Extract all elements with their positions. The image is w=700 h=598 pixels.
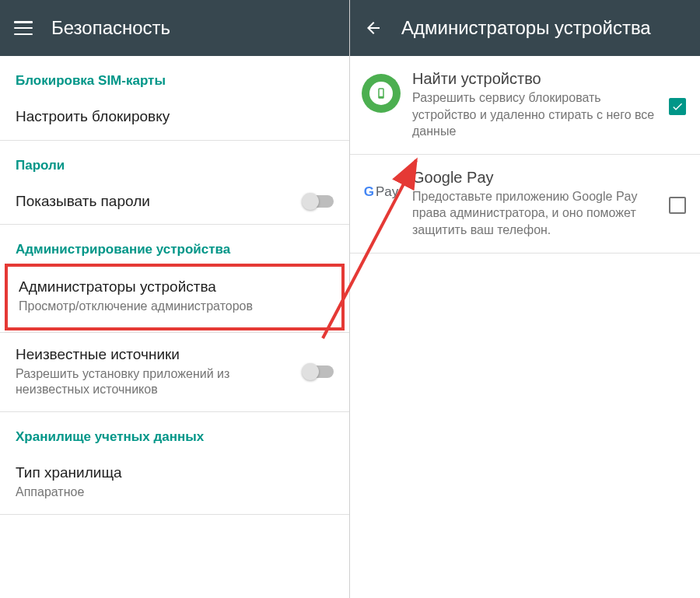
item-sublabel: Аппаратное	[16, 484, 334, 501]
item-device-administrators[interactable]: Администраторы устройства Просмотр/отклю…	[5, 264, 345, 330]
device-administrators-screen: Администраторы устройства Найти устройст…	[350, 0, 700, 598]
item-label: Показывать пароли	[16, 192, 287, 212]
admin-item-title: Google Pay	[412, 169, 658, 187]
item-configure-lock[interactable]: Настроить блокировку	[0, 95, 349, 141]
section-passwords: Пароли	[0, 141, 349, 180]
page-title: Безопасность	[51, 17, 170, 39]
admin-item-google-pay[interactable]: GPay Google Pay Предоставьте приложению …	[350, 155, 700, 254]
item-label: Неизвестные источники	[16, 345, 287, 365]
admin-item-subtitle: Разрешить сервису блокировать устройство…	[412, 89, 658, 140]
item-sublabel: Разрешить установку приложений из неизве…	[16, 366, 287, 399]
back-icon[interactable]	[364, 19, 383, 37]
svg-rect-1	[380, 89, 383, 96]
app-bar-admins: Администраторы устройства	[350, 0, 700, 56]
switch-show-passwords[interactable]	[303, 195, 334, 208]
menu-icon[interactable]	[14, 21, 33, 35]
admin-item-subtitle: Предоставьте приложению Google Pay права…	[412, 188, 658, 239]
item-label: Администраторы устройства	[19, 278, 331, 297]
app-bar-security: Безопасность	[0, 0, 349, 56]
find-device-icon	[361, 73, 401, 114]
item-storage-type[interactable]: Тип хранилища Аппаратное	[0, 451, 349, 514]
security-settings-screen: Безопасность Блокировка SIM-карты Настро…	[0, 0, 350, 598]
switch-unknown-sources[interactable]	[303, 365, 334, 378]
item-label: Тип хранилища	[16, 463, 334, 483]
google-pay-icon: GPay	[361, 172, 401, 212]
item-show-passwords[interactable]: Показывать пароли	[0, 180, 349, 226]
item-label: Настроить блокировку	[16, 107, 334, 127]
checkbox-find-device[interactable]	[669, 98, 686, 115]
section-device-admin: Администрирование устройства	[0, 225, 349, 264]
admins-content: Найти устройство Разрешить сервису блоки…	[350, 56, 700, 598]
admin-item-find-device[interactable]: Найти устройство Разрешить сервису блоки…	[350, 56, 700, 155]
section-credential-storage: Хранилище учетных данных	[0, 412, 349, 451]
admin-item-title: Найти устройство	[412, 70, 658, 88]
section-sim-lock: Блокировка SIM-карты	[0, 56, 349, 95]
item-sublabel: Просмотр/отключение администраторов	[19, 299, 331, 315]
security-content: Блокировка SIM-карты Настроить блокировк…	[0, 56, 349, 598]
item-unknown-sources[interactable]: Неизвестные источники Разрешить установк…	[0, 333, 349, 412]
checkbox-google-pay[interactable]	[669, 197, 686, 214]
page-title: Администраторы устройства	[401, 17, 651, 39]
